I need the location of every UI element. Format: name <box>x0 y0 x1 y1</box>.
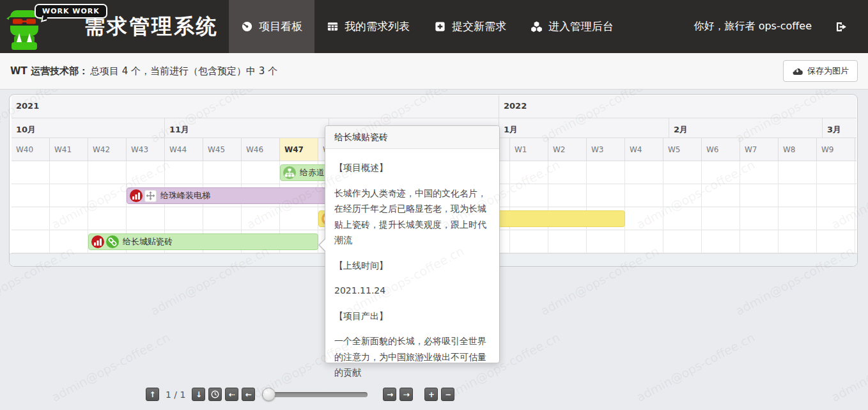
nav-item-label: 项目看板 <box>259 19 302 34</box>
chart-icon[interactable] <box>130 189 143 202</box>
bar-label: 给长城贴瓷砖 <box>123 236 173 248</box>
cloud-download-icon <box>792 67 803 75</box>
week-header-cell: W10 <box>855 138 856 161</box>
gantt-page: 20212022 10月11月12月1月2月3月 W40W41W42W43W44… <box>0 90 868 410</box>
link-icon[interactable] <box>106 235 119 248</box>
year-header-cell: 2022 <box>499 95 856 118</box>
week-header-cell: W45 <box>203 138 242 161</box>
team-icon[interactable] <box>283 166 296 179</box>
today-button[interactable] <box>208 388 222 401</box>
tooltip-text: 长城作为人类奇迹，中国的文化名片，在经历千年之后已略显苍老，现为长城贴上瓷砖，提… <box>334 185 490 248</box>
week-header-cell: W47 <box>280 138 318 161</box>
bar-label: 给珠峰装电梯 <box>160 190 210 201</box>
tooltip-title: 给长城贴瓷砖 <box>325 126 499 149</box>
week-header-cell: W40 <box>12 138 50 161</box>
navbar-right: 你好，旅行者 ops-coffee <box>694 20 868 33</box>
week-header-cell: W43 <box>127 138 165 161</box>
gantt-bar[interactable]: 给长城贴瓷砖 <box>88 233 318 250</box>
slider-knob[interactable] <box>262 388 275 401</box>
clock-icon <box>210 390 220 399</box>
week-header-cell: W46 <box>242 138 280 161</box>
cubes-icon <box>531 20 543 33</box>
project-summary: 总项目 4 个，当前进行（包含预定）中 3 个 <box>90 65 277 77</box>
fast-left-button[interactable]: ⇠ <box>225 388 238 401</box>
month-header-cell: 11月 <box>165 118 329 138</box>
week-header-cell: W3 <box>587 138 625 161</box>
gauge-icon <box>241 20 253 33</box>
logout-icon[interactable] <box>835 20 848 33</box>
scroll-left-button[interactable]: ← <box>242 388 255 401</box>
watermark-text: admin@ops-coffee.cn <box>634 330 757 404</box>
tooltip-arrow <box>318 238 326 252</box>
week-header-cell: W6 <box>702 138 740 161</box>
nav-project-board[interactable]: 项目看板 <box>229 0 314 53</box>
nav-my-requests[interactable]: 我的需求列表 <box>314 0 422 53</box>
tooltip-text: 2021.11.24 <box>334 283 490 299</box>
nav-admin-backend[interactable]: 进入管理后台 <box>518 0 626 53</box>
navbar: WORK WORK 需求管理系统 项目看板我的需求列表提交新需求进入管理后台 你… <box>0 0 868 53</box>
subheader: WT 运营技术部： 总项目 4 个，当前进行（包含预定）中 3 个 保存为图片 <box>0 53 868 90</box>
tooltip-text: 【上线时间】 <box>334 258 490 274</box>
chart-icon[interactable] <box>91 235 104 248</box>
plus-square-icon <box>434 20 446 33</box>
main-nav: 项目看板我的需求列表提交新需求进入管理后台 <box>229 0 626 53</box>
app-logo: WORK WORK <box>0 0 77 53</box>
user-greeting: 你好，旅行者 ops-coffee <box>694 20 812 33</box>
week-header-cell: W9 <box>817 138 855 161</box>
week-header-cell: W41 <box>50 138 88 161</box>
month-header-cell: 3月 <box>823 118 856 138</box>
year-header-row: 20212022 <box>12 95 856 118</box>
month-header-cell: 10月 <box>12 118 165 138</box>
week-header-cell: W8 <box>779 138 817 161</box>
month-header-cell: 1月 <box>499 118 669 138</box>
save-button-label: 保存为图片 <box>807 65 849 77</box>
tooltip-text: 【项目概述】 <box>334 160 490 176</box>
move-icon[interactable] <box>144 190 157 202</box>
week-header-cell: W44 <box>165 138 203 161</box>
save-as-image-button[interactable]: 保存为图片 <box>783 60 858 82</box>
table-icon <box>327 20 339 33</box>
week-header-cell: W1 <box>510 138 548 161</box>
week-header-cell: W2 <box>548 138 587 161</box>
team-name: WT 运营技术部： <box>10 65 88 77</box>
week-header-cell: W5 <box>663 138 702 161</box>
week-header-cell: W4 <box>625 138 663 161</box>
tooltip-body: 【项目概述】长城作为人类奇迹，中国的文化名片，在经历千年之后已略显苍老，现为长城… <box>325 149 499 397</box>
scroll-up-button[interactable]: ↑ <box>146 388 159 401</box>
speech-bubble-tail <box>41 14 47 22</box>
nav-item-label: 提交新需求 <box>452 19 506 34</box>
scroll-down-button[interactable]: ↓ <box>192 388 205 401</box>
page-indicator: 1 / 1 <box>166 390 185 400</box>
month-header-cell: 2月 <box>669 118 823 138</box>
nav-item-label: 进入管理后台 <box>548 19 614 34</box>
tooltip-text: 【项目产出】 <box>334 308 490 324</box>
watermark-text: admin@ops-coffee.cn <box>829 330 868 404</box>
project-tooltip: 给长城贴瓷砖 【项目概述】长城作为人类奇迹，中国的文化名片，在经历千年之后已略显… <box>325 125 500 363</box>
year-header-cell: 2021 <box>12 95 499 118</box>
week-header-cell: W7 <box>740 138 779 161</box>
week-header-cell: W42 <box>88 138 127 161</box>
logo-bubble-text: WORK WORK <box>42 7 100 15</box>
logo-speech-bubble: WORK WORK <box>35 4 107 19</box>
tooltip-text: 一个全新面貌的长城，必将吸引全世界的注意力，为中国旅游业做出不可估量的贡献 <box>334 333 490 381</box>
nav-new-request[interactable]: 提交新需求 <box>422 0 518 53</box>
nav-item-label: 我的需求列表 <box>345 19 410 34</box>
